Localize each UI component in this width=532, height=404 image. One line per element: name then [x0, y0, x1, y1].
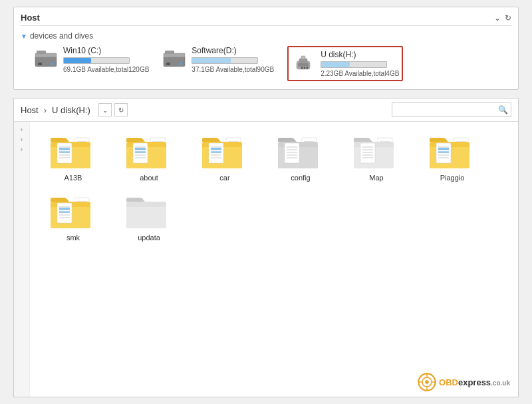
drive-bar-udisk: [321, 62, 350, 67]
search-box[interactable]: 🔍: [392, 102, 511, 117]
drive-icon-udisk: [291, 55, 315, 73]
folder-item-Map[interactable]: Map: [346, 132, 406, 182]
sidebar-arrow-1[interactable]: ›: [21, 126, 23, 133]
drive-item-win10[interactable]: Win10 (C:)69.1GB Available,total120GB: [34, 46, 149, 73]
svg-rect-82: [360, 143, 375, 163]
svg-rect-31: [59, 151, 70, 153]
search-input[interactable]: [395, 106, 498, 114]
folder-svg-car: [201, 132, 249, 171]
drive-icon-software: [162, 51, 186, 69]
drive-bar-container-software: [192, 57, 258, 64]
svg-point-15: [304, 67, 306, 69]
drive-info-udisk: U disk(H:)2.23GB Available,total4GB: [321, 50, 399, 77]
drive-icon-win10: [34, 51, 58, 69]
folder-label-car: car: [219, 174, 229, 182]
files-grid: A13BaboutcarconfigMapPiaggiosmkupdata: [30, 122, 518, 397]
sidebar-strip: › › ›: [14, 122, 30, 397]
folder-item-car[interactable]: car: [195, 132, 255, 182]
folder-item-about[interactable]: about: [119, 132, 179, 182]
expand-arrow[interactable]: ▼: [21, 33, 27, 40]
drive-info-win10: Win10 (C:)69.1GB Available,total120GB: [63, 46, 149, 73]
folder-label-config: config: [291, 174, 310, 182]
watermark-domain: .co.uk: [491, 379, 510, 387]
breadcrumb-controls: ⌄ ↻: [98, 103, 128, 116]
folder-label-updata: updata: [138, 234, 160, 242]
svg-point-9: [180, 63, 182, 65]
svg-rect-102: [438, 151, 449, 153]
top-panel-title: Host: [21, 13, 40, 23]
sidebar-arrow-2[interactable]: ›: [21, 136, 23, 143]
drive-bar-win10: [64, 58, 91, 63]
breadcrumb-current: U disk(H:): [52, 105, 90, 115]
folder-svg-about: [125, 132, 173, 171]
svg-rect-61: [211, 151, 221, 153]
drive-name-software: Software(D:): [192, 46, 274, 55]
svg-rect-7: [165, 51, 174, 54]
folder-item-updata[interactable]: updata: [119, 192, 179, 242]
watermark-text: OBDexpress.co.uk: [439, 377, 510, 387]
folder-label-A13B: A13B: [65, 174, 82, 182]
folder-item-config[interactable]: config: [271, 132, 331, 182]
files-area: › › › A13BaboutcarconfigMapPiaggiosmkupd…: [14, 122, 518, 397]
svg-rect-12: [301, 56, 305, 59]
svg-rect-69: [285, 143, 299, 163]
folder-svg-Map: [352, 132, 400, 171]
watermark: OBDexpress.co.uk: [418, 373, 510, 391]
drive-bar-container-udisk: [321, 61, 387, 68]
breadcrumb-separator: ›: [44, 105, 47, 115]
sidebar-arrow-3[interactable]: ›: [21, 146, 23, 153]
top-panel-header: Host ⌄ ↻: [21, 13, 511, 26]
svg-point-14: [301, 67, 303, 69]
drive-info-software: Software(D:)37.1GB Available,total90GB: [192, 46, 274, 73]
folder-label-smk: smk: [66, 234, 80, 242]
refresh-icon[interactable]: ↻: [505, 13, 511, 23]
drive-stats-software: 37.1GB Available,total90GB: [192, 66, 274, 73]
drive-item-udisk[interactable]: U disk(H:)2.23GB Available,total4GB: [287, 46, 403, 81]
drive-bar-container-win10: [63, 57, 130, 64]
svg-rect-46: [135, 151, 146, 153]
folder-svg-config: [277, 132, 325, 171]
svg-rect-60: [211, 148, 221, 150]
folder-svg-updata: [125, 192, 173, 231]
folder-svg-smk: [49, 192, 97, 231]
folder-label-about: about: [140, 174, 158, 182]
drive-name-udisk: U disk(H:): [321, 50, 399, 59]
watermark-logo-icon: [418, 373, 436, 391]
dropdown-icon[interactable]: ⌄: [494, 13, 501, 23]
folder-label-Piaggio: Piaggio: [440, 174, 465, 182]
folder-item-A13B[interactable]: A13B: [43, 132, 103, 182]
drive-bar-software: [192, 58, 231, 63]
top-panel: Host ⌄ ↻ ▼ devices and dives Win10 (C:)6…: [13, 7, 519, 90]
folder-item-Piaggio[interactable]: Piaggio: [422, 132, 482, 182]
folder-svg-A13B: [49, 132, 97, 171]
drives-container: Win10 (C:)69.1GB Available,total120GB So…: [21, 46, 511, 81]
svg-rect-13: [298, 63, 309, 67]
drive-stats-win10: 69.1GB Available,total120GB: [63, 66, 149, 73]
breadcrumb-root: Host: [21, 105, 39, 115]
svg-rect-30: [59, 148, 70, 150]
folder-svg-Piaggio: [428, 132, 476, 171]
svg-rect-3: [38, 63, 42, 65]
refresh-button[interactable]: ↻: [114, 103, 128, 116]
svg-point-4: [51, 63, 54, 65]
dropdown-button[interactable]: ⌄: [98, 103, 112, 116]
watermark-brand: OBD: [439, 377, 458, 387]
bottom-panel: Host › U disk(H:) ⌄ ↻ 🔍 › › › A13Baboutc…: [13, 98, 519, 397]
folder-label-Map: Map: [369, 174, 383, 182]
top-panel-controls: ⌄ ↻: [494, 13, 511, 23]
drive-stats-udisk: 2.23GB Available,total4GB: [321, 70, 399, 77]
devices-drives-label: ▼ devices and dives: [21, 31, 511, 41]
files-area-wrapper: A13BaboutcarconfigMapPiaggiosmkupdata OB…: [30, 122, 518, 397]
svg-rect-8: [166, 63, 170, 65]
svg-point-16: [307, 67, 309, 69]
watermark-name: express: [458, 377, 491, 387]
drive-name-win10: Win10 (C:): [63, 46, 149, 55]
folder-item-smk[interactable]: smk: [43, 192, 103, 242]
svg-point-122: [425, 380, 429, 384]
breadcrumb-bar: Host › U disk(H:) ⌄ ↻ 🔍: [14, 99, 518, 122]
svg-rect-2: [37, 51, 46, 54]
svg-rect-117: [59, 211, 70, 213]
drive-item-software[interactable]: Software(D:)37.1GB Available,total90GB: [162, 46, 274, 73]
svg-rect-101: [438, 148, 449, 150]
svg-rect-119: [126, 207, 166, 228]
